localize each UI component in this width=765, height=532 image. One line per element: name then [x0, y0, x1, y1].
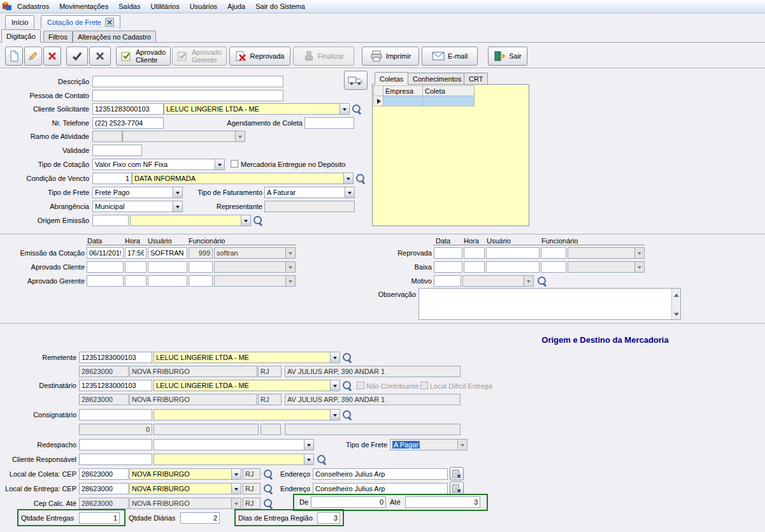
delete-record-button[interactable] — [43, 47, 61, 66]
sair-button[interactable]: Sair — [488, 47, 527, 66]
cep-calc-uf-input[interactable] — [243, 498, 261, 509]
dropdown-arrow-icon[interactable] — [343, 173, 353, 183]
pessoa-contato-input[interactable] — [92, 90, 283, 101]
search-icon[interactable] — [352, 104, 362, 115]
search-icon[interactable] — [263, 469, 274, 480]
search-icon[interactable] — [317, 454, 327, 465]
close-tab-icon[interactable] — [105, 18, 114, 27]
search-icon[interactable] — [263, 484, 274, 494]
aprovado-cliente-data-input[interactable] — [87, 261, 124, 273]
nao-contribuinte-checkbox[interactable] — [357, 382, 364, 389]
confirm-button[interactable] — [66, 47, 88, 66]
validade-input[interactable] — [92, 145, 142, 156]
cliente-solicitante-combo[interactable]: LELUC LINGERIE LTDA - ME — [164, 103, 350, 115]
cep-calc-cidade-combo[interactable]: NOVA FRIBURGO — [129, 498, 241, 509]
dropdown-arrow-icon[interactable] — [634, 262, 644, 272]
baixa-func-cod-input[interactable] — [541, 261, 566, 273]
qtdade-entregas-input[interactable] — [79, 512, 120, 524]
qtdade-diarias-input[interactable] — [180, 512, 220, 524]
search-icon[interactable] — [537, 276, 548, 287]
menu-usuarios[interactable]: Usuários — [185, 1, 222, 12]
tab-cotacao-de-frete[interactable]: Cotação de Frete — [41, 15, 120, 29]
dropdown-arrow-icon[interactable] — [235, 131, 245, 141]
new-record-button[interactable] — [5, 47, 23, 66]
grid-cell-coleta[interactable] — [422, 96, 475, 106]
aprovado-cliente-func-cod-input[interactable] — [189, 261, 213, 273]
aprovado-cliente-button[interactable]: Aprovado Cliente — [116, 47, 171, 66]
menu-cadastros[interactable]: Cadastros — [12, 1, 54, 12]
aprovado-cliente-hora-input[interactable] — [125, 261, 147, 273]
endereco-entrega-detail-button[interactable] — [450, 482, 464, 495]
dropdown-arrow-icon[interactable] — [634, 248, 644, 258]
remetente-cep-input[interactable] — [79, 366, 129, 377]
dropdown-arrow-icon[interactable] — [457, 440, 467, 450]
coleta-truck-button[interactable] — [344, 71, 368, 90]
reprovada-func-combo[interactable] — [568, 247, 645, 259]
dropdown-arrow-icon[interactable] — [330, 410, 340, 420]
local-dificil-checkbox[interactable] — [420, 382, 428, 389]
remetente-endereco-input[interactable] — [285, 366, 461, 377]
origem-emissao-cod-input[interactable] — [92, 215, 129, 226]
cancel-button[interactable] — [89, 47, 111, 66]
dropdown-arrow-icon[interactable] — [231, 469, 241, 479]
dropdown-arrow-icon[interactable] — [285, 248, 295, 258]
redespacho-combo[interactable] — [154, 439, 314, 450]
motivo-combo[interactable] — [462, 275, 534, 287]
dropdown-arrow-icon[interactable] — [231, 498, 241, 508]
dropdown-arrow-icon[interactable] — [524, 276, 533, 286]
de-input[interactable] — [311, 496, 386, 508]
reprovada-data-input[interactable] — [434, 247, 462, 259]
remetente-combo[interactable]: LELUC LINGERIE LTDA - ME — [154, 352, 340, 363]
consignatario-combo[interactable] — [154, 409, 340, 421]
local-entrega-cep-input[interactable] — [79, 483, 129, 494]
aprovado-gerente-data-input[interactable] — [87, 275, 124, 287]
motivo-cod-input[interactable] — [434, 275, 461, 287]
representante-input[interactable] — [264, 201, 355, 212]
dropdown-arrow-icon[interactable] — [330, 352, 340, 363]
dropdown-arrow-icon[interactable] — [215, 159, 224, 169]
grid-cell-empresa[interactable] — [383, 96, 423, 106]
ate-input[interactable] — [405, 496, 480, 508]
consignatario-cnpj-input[interactable] — [79, 409, 152, 421]
destinatario-combo[interactable]: LELUC LINGERIE LTDA - ME — [154, 380, 340, 391]
consignatario-endereco-input[interactable] — [285, 424, 461, 435]
abrangencia-combo[interactable]: Municipal — [92, 201, 183, 212]
remetente-cidade-input[interactable] — [129, 366, 257, 377]
menu-movimentacoes[interactable]: Movimentações — [54, 1, 113, 12]
emissao-func-cod-input[interactable] — [189, 247, 213, 259]
menu-ajuda[interactable]: Ajuda — [222, 1, 250, 12]
cliente-responsavel-combo[interactable] — [154, 454, 314, 465]
grid-header-empresa[interactable]: Empresa — [383, 85, 423, 96]
dropdown-arrow-icon[interactable] — [231, 484, 241, 494]
search-icon[interactable] — [253, 215, 264, 226]
nr-telefone-input[interactable] — [92, 117, 164, 129]
tipo-faturamento-combo[interactable]: A Faturar — [264, 187, 355, 198]
dias-entrega-regiao-input[interactable] — [317, 512, 340, 524]
dropdown-arrow-icon[interactable] — [173, 187, 182, 198]
emissao-data-input[interactable] — [87, 247, 124, 259]
consignatario-cep-input[interactable] — [79, 424, 152, 435]
email-button[interactable]: E-mail — [422, 47, 478, 66]
aprovado-gerente-hora-input[interactable] — [125, 275, 147, 287]
local-entrega-uf-input[interactable] — [243, 483, 261, 494]
dropdown-arrow-icon[interactable] — [241, 215, 250, 226]
destinatario-cidade-input[interactable] — [129, 394, 257, 405]
baixa-hora-input[interactable] — [464, 261, 485, 273]
condicao-vencto-cod-input[interactable] — [92, 173, 132, 184]
panel-tab-coletas[interactable]: Coletas — [375, 72, 408, 85]
panel-tab-conhecimentos[interactable]: Conhecimentos — [408, 73, 466, 85]
remetente-cnpj-input[interactable] — [79, 352, 152, 363]
consignatario-cidade-input[interactable] — [154, 424, 259, 435]
destinatario-cnpj-input[interactable] — [79, 380, 152, 391]
baixa-usuario-input[interactable] — [486, 261, 540, 273]
search-icon[interactable] — [342, 380, 353, 391]
observacao-scrollbar[interactable] — [671, 289, 680, 319]
redespacho-cnpj-input[interactable] — [79, 439, 152, 450]
finalizar-button[interactable]: Finalizar — [293, 47, 354, 66]
dropdown-arrow-icon[interactable] — [285, 276, 295, 286]
baixa-data-input[interactable] — [434, 261, 462, 273]
remetente-uf-input[interactable] — [258, 366, 282, 377]
tipo-frete-destino-combo[interactable]: A Pagar — [390, 439, 468, 450]
consignatario-uf-input[interactable] — [261, 424, 281, 435]
destinatario-uf-input[interactable] — [258, 394, 282, 405]
